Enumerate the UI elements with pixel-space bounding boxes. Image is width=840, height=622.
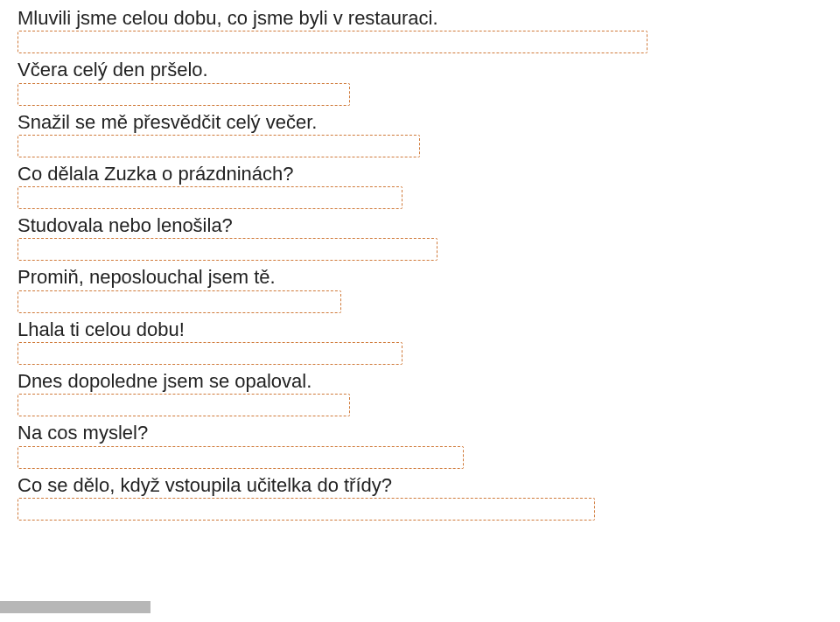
prompt-text: Mluvili jsme celou dobu, co jsme byli v … [18,7,822,29]
prompt-text: Co se dělo, když vstoupila učitelka do t… [18,474,822,496]
answer-field[interactable] [18,186,402,209]
prompt-text: Co dělala Zuzka o prázdninách? [18,163,822,185]
exercise-item: Studovala nebo lenošila? [18,214,822,261]
prompt-text: Lhala ti celou dobu! [18,318,822,340]
exercise-item: Dnes dopoledne jsem se opaloval. [18,370,822,416]
footer-stripe [0,601,150,613]
exercise-item: Mluvili jsme celou dobu, co jsme byli v … [18,7,822,53]
exercise-item: Co dělala Zuzka o prázdninách? [18,163,822,209]
exercise-item: Promiň, neposlouchal jsem tě. [18,266,822,312]
answer-field[interactable] [18,238,438,261]
prompt-text: Dnes dopoledne jsem se opaloval. [18,370,822,392]
exercise-item: Snažil se mě přesvědčit celý večer. [18,111,822,157]
prompt-text: Na cos myslel? [18,422,822,444]
answer-field[interactable] [18,83,350,106]
answer-field[interactable] [18,290,341,313]
answer-field[interactable] [18,446,464,469]
footer-bar [0,594,840,622]
answer-field[interactable] [18,342,402,365]
answer-field[interactable] [18,31,648,53]
prompt-text: Včera celý den pršelo. [18,59,822,80]
exercise-item: Včera celý den pršelo. [18,59,822,105]
worksheet-page: Mluvili jsme celou dobu, co jsme byli v … [0,0,840,622]
exercise-item: Na cos myslel? [18,422,822,468]
exercise-item: Lhala ti celou dobu! [18,318,822,365]
prompt-text: Promiň, neposlouchal jsem tě. [18,266,822,288]
answer-field[interactable] [18,394,350,416]
prompt-text: Studovala nebo lenošila? [18,214,822,236]
answer-field[interactable] [18,498,595,521]
prompt-text: Snažil se mě přesvědčit celý večer. [18,111,822,133]
exercise-item: Co se dělo, když vstoupila učitelka do t… [18,474,822,521]
answer-field[interactable] [18,135,420,157]
